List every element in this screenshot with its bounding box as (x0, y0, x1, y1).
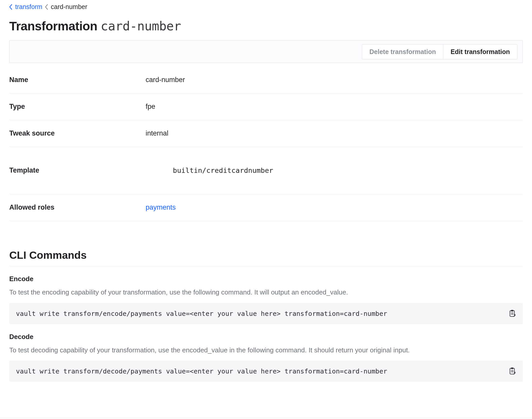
detail-value: card-number (146, 76, 523, 84)
detail-value: fpe (146, 103, 523, 111)
copy-icon[interactable] (508, 367, 516, 375)
breadcrumb: transform card-number (9, 3, 523, 11)
detail-row-allowed-roles: Allowed roles payments (9, 194, 523, 221)
decode-description: To test decoding capability of your tran… (9, 345, 523, 355)
decode-command: vault write transform/decode/payments va… (16, 367, 387, 375)
detail-row-type: Type fpe (9, 93, 523, 120)
detail-row-name: Name card-number (9, 67, 523, 93)
decode-title: Decode (9, 333, 523, 341)
cli-commands-header: CLI Commands (9, 249, 523, 266)
svg-rect-0 (510, 310, 515, 316)
encode-title: Encode (9, 275, 523, 283)
detail-row-template: Template builtin/creditcardnumber (9, 147, 523, 194)
detail-label: Name (9, 76, 146, 84)
divider (0, 418, 532, 418)
detail-label: Tweak source (9, 129, 146, 137)
chevron-left-icon (45, 4, 48, 10)
detail-label: Template (9, 166, 146, 174)
detail-value: payments (146, 203, 523, 211)
toolbar: Delete transformation Edit transformatio… (9, 40, 523, 63)
detail-label: Type (9, 103, 146, 111)
detail-row-tweak-source: Tweak source internal (9, 120, 523, 147)
copy-icon[interactable] (508, 310, 516, 317)
page-title-prefix: Transformation (9, 19, 97, 33)
detail-label: Allowed roles (9, 203, 146, 211)
breadcrumb-current: card-number (51, 3, 87, 11)
detail-value: builtin/creditcardnumber (146, 166, 523, 174)
delete-transformation-button[interactable]: Delete transformation (362, 44, 443, 59)
encode-codeblock: vault write transform/encode/payments va… (9, 303, 523, 324)
encode-command: vault write transform/encode/payments va… (16, 310, 387, 317)
breadcrumb-parent-link[interactable]: transform (15, 3, 42, 11)
svg-rect-4 (510, 368, 515, 374)
page-title-name: card-number (101, 19, 181, 33)
edit-transformation-button[interactable]: Edit transformation (443, 44, 517, 59)
details-list: Name card-number Type fpe Tweak source i… (9, 67, 523, 221)
chevron-left-icon (9, 4, 13, 10)
allowed-role-link[interactable]: payments (146, 203, 176, 211)
page-title: Transformation card-number (9, 19, 523, 33)
encode-description: To test the encoding capability of your … (9, 288, 523, 297)
decode-codeblock: vault write transform/decode/payments va… (9, 361, 523, 382)
detail-value: internal (146, 129, 523, 137)
